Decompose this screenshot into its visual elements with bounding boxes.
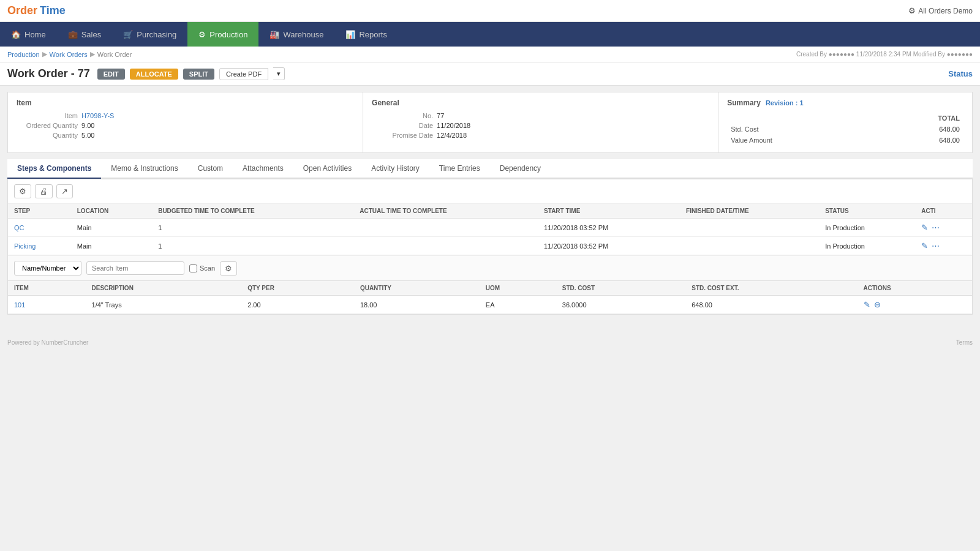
col-step: STEP (8, 204, 71, 219)
budgeted-time-cell: 1 (152, 219, 353, 237)
top-bar: OrderTime ⚙ All Orders Demo (0, 0, 980, 22)
steps-settings-button[interactable]: ⚙ (14, 184, 31, 198)
nav-production-label: Production (209, 30, 247, 39)
finished-datetime-cell (680, 219, 819, 237)
comp-item-link[interactable]: 101 (14, 301, 25, 309)
delete-comp-icon[interactable]: ⊖ (874, 300, 881, 309)
content-area: Item Item H7098-Y-S Ordered Quantity 9.0… (0, 86, 980, 321)
nav-production[interactable]: ⚙ Production (187, 22, 258, 47)
item-link[interactable]: H7098-Y-S (81, 112, 114, 119)
nav-home[interactable]: 🏠 Home (0, 22, 57, 47)
col-status: STATUS (819, 204, 915, 219)
more-step-icon[interactable]: ⋯ (932, 241, 940, 250)
actions-cell: ✎ ⋯ (915, 219, 972, 237)
info-row: Item Item H7098-Y-S Ordered Quantity 9.0… (7, 92, 973, 153)
edit-step-icon[interactable]: ✎ (921, 241, 928, 250)
nav-bar: 🏠 Home 💼 Sales 🛒 Purchasing ⚙ Production… (0, 22, 980, 47)
edit-step-icon[interactable]: ✎ (921, 223, 928, 232)
created-info: Created By ●●●●●●● 11/20/2018 2:34 PM Mo… (796, 51, 973, 58)
warehouse-icon: 🏭 (270, 30, 279, 39)
nav-reports[interactable]: 📊 Reports (334, 22, 398, 47)
scan-checkbox[interactable] (189, 264, 197, 272)
summary-col-total: TOTAL (877, 113, 962, 123)
tab-dependency[interactable]: Dependency (490, 159, 551, 179)
std-cost-row: Std. Cost 648.00 (728, 124, 962, 134)
ordered-qty-label: Ordered Quantity (17, 122, 78, 129)
item-card-title: Item (17, 99, 354, 107)
promise-date-label: Promise Date (372, 132, 433, 139)
create-pdf-button[interactable]: Create PDF (219, 68, 268, 80)
date-field: Date 11/20/2018 (372, 122, 709, 129)
purchasing-icon: 🛒 (123, 30, 133, 39)
breadcrumb-production[interactable]: Production (7, 51, 40, 58)
steps-export-button[interactable]: ↗ (56, 184, 73, 198)
location-cell: Main (71, 219, 152, 237)
status-cell: In Production (819, 237, 915, 255)
comp-table-row: 101 1/4" Trays 2.00 18.00 EA 36.0000 648… (8, 296, 972, 314)
component-filter: Name/Number Scan ⚙ (8, 255, 972, 280)
step-link[interactable]: Picking (14, 242, 36, 250)
components-table: ITEM DESCRIPTION QTY PER QUANTITY UOM ST… (8, 280, 972, 314)
comp-uom-cell: EA (480, 296, 556, 314)
breadcrumb: Production ▶ Work Orders ▶ Work Order (7, 50, 132, 58)
breadcrumb-sep-2: ▶ (90, 50, 95, 58)
ordered-qty-field: Ordered Quantity 9.00 (17, 122, 354, 129)
nav-home-label: Home (24, 30, 46, 39)
step-cell: QC (8, 219, 71, 237)
sales-icon: 💼 (68, 30, 78, 39)
value-amount-row: Value Amount 648.00 (728, 135, 962, 145)
no-field: No. 77 (372, 112, 709, 119)
summary-title-label: Summary (727, 99, 761, 107)
search-item-input[interactable] (86, 261, 184, 275)
allocate-button[interactable]: ALLOCATE (130, 69, 178, 80)
nav-warehouse[interactable]: 🏭 Warehouse (258, 22, 334, 47)
budgeted-time-cell: 1 (152, 237, 353, 255)
ordered-qty-value: 9.00 (81, 122, 94, 129)
std-cost-label: Std. Cost (728, 124, 876, 134)
summary-card: Summary Revision : 1 TOTAL Std. Cost 648… (718, 92, 972, 152)
tab-activity-history[interactable]: Activity History (361, 159, 429, 179)
scan-text: Scan (200, 264, 215, 272)
steps-table: STEP LOCATION BUDGETED TIME TO COMPLETE … (8, 204, 972, 255)
page-title: Work Order - 77 (7, 67, 90, 80)
more-step-icon[interactable]: ⋯ (932, 223, 940, 232)
tab-time-entries[interactable]: Time Entries (429, 159, 490, 179)
steps-print-button[interactable]: 🖨 (35, 184, 53, 198)
component-settings-button[interactable]: ⚙ (220, 261, 237, 276)
tab-attachments[interactable]: Attachments (233, 159, 293, 179)
comp-item-cell: 101 (8, 296, 86, 314)
split-button[interactable]: SPLIT (183, 69, 214, 80)
logo: OrderTime (7, 4, 66, 17)
col-actions: ACTI (915, 204, 972, 219)
page-header: Work Order - 77 EDIT ALLOCATE SPLIT Crea… (0, 62, 980, 86)
comp-std-cost-cell: 36.0000 (556, 296, 685, 314)
start-time-cell: 11/20/2018 03:52 PM (538, 219, 680, 237)
pdf-dropdown-button[interactable]: ▾ (273, 67, 285, 80)
tab-steps-components[interactable]: Steps & Components (7, 159, 101, 179)
filter-select[interactable]: Name/Number (14, 261, 81, 276)
step-link[interactable]: QC (14, 224, 24, 231)
quantity-value: 5.00 (81, 132, 94, 139)
tab-memo-instructions[interactable]: Memo & Instructions (101, 159, 187, 179)
finished-datetime-cell (680, 237, 819, 255)
tab-open-activities[interactable]: Open Activities (293, 159, 361, 179)
tab-custom[interactable]: Custom (188, 159, 233, 179)
col-start-time: START TIME (538, 204, 680, 219)
production-icon: ⚙ (198, 30, 206, 39)
comp-col-description: DESCRIPTION (86, 281, 242, 296)
item-value: H7098-Y-S (81, 112, 114, 119)
gear-icon[interactable]: ⚙ (908, 6, 916, 15)
footer: Powered by NumberCruncher Terms (0, 333, 980, 352)
edit-comp-icon[interactable]: ✎ (864, 300, 870, 309)
date-label: Date (372, 122, 433, 129)
steps-section: ⚙ 🖨 ↗ STEP LOCATION BUDGETED TIME TO COM… (7, 179, 973, 315)
nav-sales[interactable]: 💼 Sales (57, 22, 113, 47)
col-location: LOCATION (71, 204, 152, 219)
comp-qty-per-cell: 2.00 (241, 296, 354, 314)
nav-purchasing[interactable]: 🛒 Purchasing (112, 22, 187, 47)
actual-time-cell (353, 219, 538, 237)
edit-button[interactable]: EDIT (97, 69, 125, 80)
comp-col-actions: ACTIONS (858, 281, 972, 296)
comp-col-qty-per: QTY PER (241, 281, 354, 296)
breadcrumb-work-orders[interactable]: Work Orders (50, 51, 88, 58)
